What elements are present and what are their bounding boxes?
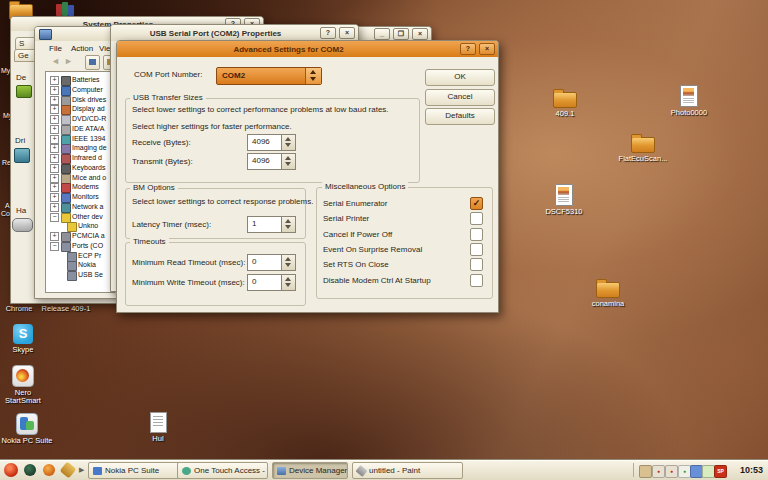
serial-enumerator-checkbox[interactable]: ✓ [470,197,483,210]
desktop-icon-winrar[interactable] [50,2,80,16]
desktop-icon-hul[interactable]: Hul [140,412,176,443]
desktop-icon-conamina[interactable]: conamina [580,278,636,308]
tree-item-label[interactable]: Nokia [78,261,96,268]
back-arrow-icon[interactable]: ◄ [51,56,60,66]
spinner-arrows-icon[interactable] [281,217,295,232]
tree-item[interactable]: Nokia [46,260,114,270]
expand-toggle[interactable]: + [50,115,59,124]
expand-toggle[interactable]: + [50,183,59,192]
tree-item-label[interactable]: Computer [72,86,103,93]
tree-item[interactable]: +Computer [46,85,114,95]
expand-toggle[interactable]: + [50,105,59,114]
tree-item[interactable]: +Network a [46,202,114,212]
tree-item-label[interactable]: Mice and o [72,174,106,181]
tree-item-label[interactable]: Disk drives [72,96,106,103]
spinner-arrows-icon[interactable] [281,255,295,270]
expand-toggle[interactable]: + [50,144,59,153]
tree-item[interactable]: +DVD/CD-R [46,114,114,124]
tree-item[interactable]: +Imaging de [46,143,114,153]
tree-item[interactable]: +Batteries [46,75,114,85]
tree-item-label[interactable]: Network a [72,203,104,210]
quicklaunch-expand-icon[interactable]: ▶ [79,466,84,474]
spinner-arrows-icon[interactable] [281,154,295,169]
desktop-icon-nokia-pc-suite[interactable]: Nokia PC Suite [0,413,54,445]
close-button[interactable]: × [339,27,355,39]
expand-toggle[interactable]: + [50,86,59,95]
tree-item[interactable]: Unkno [46,221,114,231]
tree-item-label[interactable]: Keyboards [72,164,105,171]
min-read-timeout-spinner[interactable]: 0 [247,254,296,271]
toolbar-properties-button[interactable] [85,55,100,70]
taskbar-button-one-touch-access[interactable]: One Touch Access - ... [177,462,268,479]
dropdown-arrows-icon[interactable] [305,68,321,84]
tree-item-label[interactable]: Display ad [72,105,105,112]
forward-arrow-icon[interactable]: ► [64,56,73,66]
antivirus-tray-icon[interactable]: ● [652,465,665,478]
expand-toggle[interactable]: + [50,154,59,163]
expand-toggle[interactable]: + [50,164,59,173]
sp-tray-icon[interactable]: SP [714,465,727,478]
spinner-arrows-icon[interactable] [281,135,295,150]
help-button[interactable]: ? [460,43,476,55]
tree-item-label[interactable]: ECP Pr [78,252,101,259]
minimize-button[interactable]: _ [374,28,390,40]
tree-item-label[interactable]: Unkno [78,222,98,229]
close-button[interactable]: × [479,43,495,55]
start-button[interactable] [4,463,18,477]
expand-toggle[interactable]: + [50,203,59,212]
receive-bytes-spinner[interactable]: 4096 [247,134,296,151]
transmit-bytes-spinner[interactable]: 4096 [247,153,296,170]
defaults-button[interactable]: Defaults [425,108,495,125]
tree-item[interactable]: USB Se [46,270,114,280]
tree-item-label[interactable]: Monitors [72,193,99,200]
event-on-surprise-removal-checkbox[interactable] [470,243,483,256]
tree-item[interactable]: +Monitors [46,192,114,202]
set-rts-on-close-checkbox[interactable] [470,258,483,271]
tree-item-label[interactable]: IEEE 1394 [72,135,105,142]
expand-toggle[interactable]: + [50,232,59,241]
device-tree[interactable]: +Batteries +Computer +Disk drives +Displ… [45,71,115,293]
latency-timer-spinner[interactable]: 1 [247,216,296,233]
expand-toggle[interactable]: + [50,193,59,202]
desktop-icon-skype[interactable]: S Skype [2,324,44,354]
tree-item[interactable]: +Keyboards [46,163,114,173]
tree-item-label[interactable]: DVD/CD-R [72,115,106,122]
tree-item[interactable]: +PCMCIA a [46,231,114,241]
expand-toggle[interactable]: + [50,125,59,134]
menu-action[interactable]: Action [71,44,93,53]
tree-item[interactable]: +Infrared d [46,153,114,163]
com-port-select[interactable]: COM2 [216,67,322,85]
desktop-icon-photo0000[interactable]: Photo0000 [664,85,714,117]
expand-toggle[interactable]: + [50,76,59,85]
close-button[interactable]: × [412,28,428,40]
taskbar-button-untitled-paint[interactable]: untitled - Paint [352,462,463,479]
serial-printer-checkbox[interactable] [470,212,483,225]
tree-item-label[interactable]: IDE ATA/A [72,125,104,132]
tree-item-label[interactable]: Modems [72,183,99,190]
tree-item[interactable]: +Display ad [46,104,114,114]
cancel-if-power-off-checkbox[interactable] [470,228,483,241]
desktop-icon-409-1[interactable]: 409.1 [538,88,592,118]
spinner-arrows-icon[interactable] [281,275,295,290]
update-tray-icon[interactable]: ● [665,465,678,478]
taskbar-button-device-manager[interactable]: Device Manager [272,462,348,479]
desktop-icon-dscf5310[interactable]: DSCF5310 [536,184,592,216]
advanced-dialog-titlebar[interactable]: Advanced Settings for COM2 ? × [117,41,498,57]
menu-file[interactable]: File [49,44,62,53]
tree-item-label[interactable]: Imaging de [72,144,107,151]
tree-item[interactable]: +IDE ATA/A [46,124,114,134]
quicklaunch-brush-icon[interactable] [60,462,77,479]
tree-item-label[interactable]: USB Se [78,271,103,278]
usb-window-titlebar[interactable]: USB Serial Port (COM2) Properties ? × [111,25,358,41]
tree-item-label[interactable]: PCMCIA a [72,232,105,239]
taskbar-button-nokia-pc-suite[interactable]: Nokia PC Suite [88,462,183,479]
desktop-icon-flatecuscan[interactable]: FlatEcuScan... [608,133,678,163]
cancel-button[interactable]: Cancel [425,89,495,106]
tree-item-label[interactable]: Ports (CO [72,242,103,249]
quicklaunch-browser-icon[interactable] [43,464,55,476]
desktop-icon-release-409-1[interactable]: Release 409-1 [30,303,102,313]
disable-modem-ctrl-checkbox[interactable] [470,274,483,287]
help-button[interactable]: ? [320,27,336,39]
tree-item-label[interactable]: Batteries [72,76,100,83]
tree-item[interactable]: +Modems [46,182,114,192]
